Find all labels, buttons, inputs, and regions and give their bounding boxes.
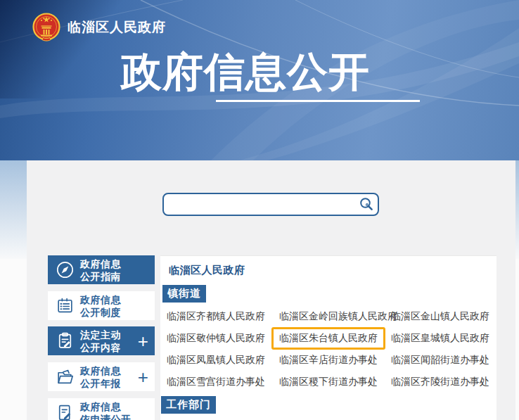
- national-emblem-icon: [32, 13, 60, 42]
- sidebar-item-label: 政府信息 公开指南: [80, 257, 121, 283]
- gov-link[interactable]: 临淄区金岭回族镇人民政府: [279, 310, 391, 323]
- ledger-list-icon: [56, 296, 75, 315]
- sidebar-item-statutory-disclosure[interactable]: 法定主动 公开内容 +: [48, 326, 155, 355]
- highlight-box: 临淄区朱台镇人民政府: [271, 327, 385, 350]
- gov-link[interactable]: 临淄区敬仲镇人民政府: [167, 332, 279, 345]
- site-name: 临淄区人民政府: [68, 18, 166, 37]
- search-box: [162, 193, 379, 216]
- main-content: 临淄区人民政府 镇街道 临淄区齐都镇人民政府 临淄区金岭回族镇人民政府 临淄区金…: [160, 255, 496, 420]
- clipboard-pencil-icon: [56, 331, 75, 350]
- expand-plus-icon[interactable]: +: [138, 368, 148, 386]
- gov-link[interactable]: 临淄区齐陵街道办事处: [391, 376, 497, 388]
- section-badge-departments: 工作部门: [161, 396, 216, 414]
- expand-plus-icon[interactable]: +: [138, 332, 148, 350]
- sidebar-item-label: 政府信息 公开年报: [80, 364, 121, 390]
- gov-link[interactable]: 临淄区闻韶街道办事处: [391, 354, 497, 367]
- gov-link[interactable]: 临淄区金山镇人民政府: [391, 310, 497, 323]
- search-button[interactable]: [355, 194, 378, 215]
- gov-link-highlighted[interactable]: 临淄区朱台镇人民政府: [279, 327, 391, 350]
- sidebar-item-label: 政府信息 公开制度: [80, 293, 121, 319]
- gov-link[interactable]: 临淄区辛店街道办事处: [279, 354, 391, 367]
- search-input[interactable]: [164, 194, 355, 215]
- main-heading: 临淄区人民政府: [169, 264, 245, 277]
- town-links-grid: 临淄区齐都镇人民政府 临淄区金岭回族镇人民政府 临淄区金山镇人民政府 临淄区敬仲…: [167, 305, 497, 393]
- page: 临淄区人民政府 政府信息公开: [0, 0, 519, 420]
- brand[interactable]: 临淄区人民政府: [32, 13, 166, 42]
- magnifier-icon: [358, 196, 375, 213]
- gov-link[interactable]: 临淄区皇城镇人民政府: [391, 332, 497, 345]
- title-underline: [216, 100, 420, 102]
- folder-icon: [56, 367, 75, 386]
- sidebar-item-rules[interactable]: 政府信息 公开制度: [48, 291, 155, 320]
- sidebar-item-disclosure-upon-request[interactable]: 政府信息 依申请公开: [48, 398, 155, 420]
- content-panel: 政府信息 公开指南 政府信息 公开制度: [27, 160, 515, 420]
- sidebar-item-label: 政府信息 依申请公开: [80, 400, 132, 420]
- background-left-strip: [0, 160, 28, 259]
- background-right-strip: [515, 160, 519, 259]
- banner: 临淄区人民政府 政府信息公开: [0, 0, 519, 160]
- sidebar-item-guide[interactable]: 政府信息 公开指南: [48, 255, 155, 284]
- sidebar-item-label: 法定主动 公开内容: [80, 329, 121, 354]
- section-badge-towns: 镇街道: [162, 285, 206, 303]
- page-title: 政府信息公开: [121, 45, 370, 100]
- gov-link[interactable]: 临淄区齐都镇人民政府: [167, 310, 279, 323]
- sidebar-item-annual-report[interactable]: 政府信息 公开年报 +: [48, 362, 155, 391]
- gov-link[interactable]: 临淄区凤凰镇人民政府: [167, 354, 279, 367]
- gov-link[interactable]: 临淄区雪宫街道办事处: [167, 376, 279, 388]
- gov-link[interactable]: 临淄区稷下街道办事处: [279, 376, 391, 388]
- document-pencil-icon: [56, 403, 75, 420]
- compass-icon: [56, 260, 75, 279]
